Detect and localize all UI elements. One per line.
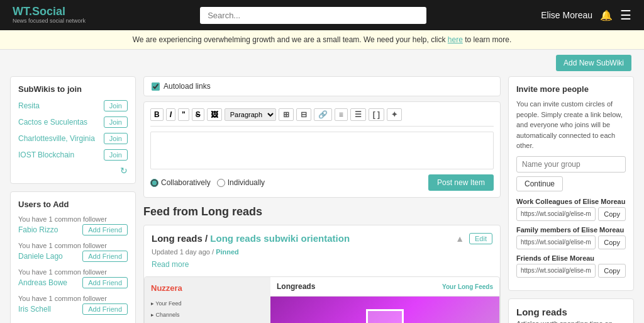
individually-radio[interactable] [217, 179, 225, 187]
join-button-cactos[interactable]: Join [104, 116, 128, 128]
collaboratively-radio[interactable] [150, 179, 158, 187]
subwiki-link-charlottesville[interactable]: Charlottesville, Virginia [18, 134, 95, 143]
subwiki-item: IOST Blockchain Join [18, 149, 128, 161]
user-link-daniele[interactable]: Daniele Lago [18, 252, 63, 261]
main-layout: SubWikis to join Resita Join Cactos e Su… [0, 76, 644, 323]
italic-button[interactable]: I [166, 108, 175, 121]
add-friend-button-iris[interactable]: Add Friend [82, 303, 128, 315]
preview-like: Your Long Feeds [442, 283, 493, 290]
preview-left: Nuzzera ▸ Your Feed ▸ Channels ▸ Search … [145, 277, 270, 323]
copy-family-button[interactable]: Copy [598, 235, 626, 249]
user-item: You have 1 common follower Fabio Rizzo A… [18, 215, 128, 235]
notice-text: We are experiencing overwhelming growth … [133, 35, 448, 44]
card-title-part1: Long reads / [152, 233, 210, 244]
preview-image [270, 297, 499, 323]
subwiki-link-resita[interactable]: Resita [18, 101, 40, 110]
continue-button[interactable]: Continue [516, 176, 563, 191]
user-common-label: You have 1 common follower [18, 215, 128, 223]
logo: WT.Social News focused social network [13, 6, 86, 25]
preview-nav: ▸ Your Feed ▸ Channels ▸ Search ▸ Settin… [151, 298, 264, 323]
editor-footer: Collaboratively Individually Post new It… [150, 174, 494, 191]
left-sidebar: SubWikis to join Resita Join Cactos e Su… [10, 76, 136, 323]
user-link-iris[interactable]: Iris Schell [18, 305, 51, 314]
work-link-input [516, 207, 596, 221]
join-button-iost[interactable]: Join [104, 149, 128, 161]
feed-title: Feed from Long reads [143, 205, 501, 218]
users-title: Users to Add [18, 200, 128, 209]
logo-wt: WT.Social [13, 5, 65, 18]
long-reads-title: Long reads [516, 307, 626, 317]
image-button[interactable]: 🖼 [207, 108, 222, 121]
columns-icon[interactable]: ⊟ [296, 108, 311, 121]
long-reads-desc: Articles worth spending time on. [516, 320, 626, 324]
add-subwiki-button[interactable]: Add New SubWiki [556, 55, 631, 71]
editor-area[interactable] [150, 132, 494, 169]
preview-card-inner: Nuzzera ▸ Your Feed ▸ Channels ▸ Search … [145, 277, 499, 323]
copy-work-button[interactable]: Copy [598, 207, 626, 221]
preview-logo: Nuzzera [151, 283, 264, 293]
bell-icon[interactable]: 🔔 [600, 9, 613, 21]
table-icon[interactable]: ⊞ [279, 108, 294, 121]
work-link-row: Copy [516, 207, 626, 221]
add-friend-button-fabio[interactable]: Add Friend [82, 224, 128, 235]
preview-right: Longreads Your Long Feeds [270, 277, 499, 323]
more-icon[interactable]: ✦ [387, 108, 402, 121]
list-icon[interactable]: ≡ [335, 108, 348, 121]
nav-item-channels: ▸ Channels [151, 309, 264, 320]
autoload-checkbox[interactable] [152, 82, 160, 91]
friends-link-row: Copy [516, 264, 626, 278]
search-input[interactable] [200, 7, 426, 24]
nav-item-search: ▸ Search [151, 320, 264, 323]
quote-button[interactable]: " [178, 108, 189, 121]
friends-link-input [516, 264, 596, 278]
post-button[interactable]: Post new Item [428, 174, 494, 191]
read-more-link[interactable]: Read more [144, 260, 196, 276]
feed-card-meta: Updated 1 day ago / Pinned [144, 248, 500, 259]
user-link-fabio[interactable]: Fabio Rizzo [18, 225, 58, 234]
add-friend-button-daniele[interactable]: Add Friend [82, 251, 128, 262]
refresh-subwikis-icon[interactable]: ↻ [18, 166, 128, 176]
invite-title: Invite more people [516, 84, 626, 94]
friends-group: Friends of Elise Moreau Copy [516, 254, 626, 278]
collaboratively-label[interactable]: Collaboratively [150, 178, 211, 187]
subwiki-link-cactos[interactable]: Cactos e Suculentas [18, 118, 87, 127]
join-button-resita[interactable]: Join [104, 100, 128, 111]
feed-card-actions: ▲ Edit [455, 233, 492, 244]
user-row: Iris Schell Add Friend [18, 303, 128, 315]
copy-friends-button[interactable]: Copy [598, 264, 626, 278]
user-item: You have 1 common follower Iris Schell A… [18, 295, 128, 315]
individually-label[interactable]: Individually [217, 178, 265, 187]
group-name-input[interactable] [516, 156, 626, 173]
work-colleagues-group: Work Colleagues of Elise Moreau Copy [516, 198, 626, 221]
subwikis-title: SubWikis to join [18, 84, 128, 94]
family-link-row: Copy [516, 235, 626, 249]
notice-suffix: to learn more. [465, 35, 511, 44]
paragraph-select[interactable]: Paragraph [225, 108, 276, 121]
pinned-badge: Pinned [216, 248, 239, 256]
work-colleagues-label: Work Colleagues of Elise Moreau [516, 198, 626, 205]
join-button-charlottesville[interactable]: Join [104, 133, 128, 144]
autoload-bar: Autoload links [143, 76, 501, 96]
user-row: Daniele Lago Add Friend [18, 251, 128, 262]
add-friend-button-andreas[interactable]: Add Friend [82, 277, 128, 288]
username-label: Elise Moreau [541, 10, 592, 20]
subwiki-link-iost[interactable]: IOST Blockchain [18, 150, 74, 159]
header: WT.Social News focused social network El… [0, 0, 644, 30]
user-link-andreas[interactable]: Andreas Bowe [18, 278, 67, 287]
embed-icon[interactable]: [ ] [369, 108, 384, 121]
hamburger-icon[interactable]: ☰ [620, 8, 631, 23]
feed-center: Autoload links B I " S 🖼 Paragraph ⊞ ⊟ 🔗… [143, 76, 501, 323]
upvote-icon[interactable]: ▲ [455, 234, 464, 244]
editor-box: B I " S 🖼 Paragraph ⊞ ⊟ 🔗 ≡ ☰ [ ] ✦ [143, 101, 501, 198]
notice-bar: We are experiencing overwhelming growth … [0, 30, 644, 50]
feed-card-title: Long reads / Long reads subwiki orientat… [152, 233, 350, 244]
strikethrough-button[interactable]: S [192, 108, 204, 121]
link-icon[interactable]: 🔗 [314, 108, 332, 121]
card-title-link[interactable]: Long reads subwiki orientation [210, 233, 350, 244]
users-section: Users to Add You have 1 common follower … [10, 191, 136, 323]
notice-link[interactable]: here [448, 35, 463, 44]
ordered-list-icon[interactable]: ☰ [350, 108, 366, 121]
edit-button[interactable]: Edit [469, 233, 492, 244]
user-item: You have 1 common follower Andreas Bowe … [18, 268, 128, 288]
bold-button[interactable]: B [150, 108, 164, 121]
